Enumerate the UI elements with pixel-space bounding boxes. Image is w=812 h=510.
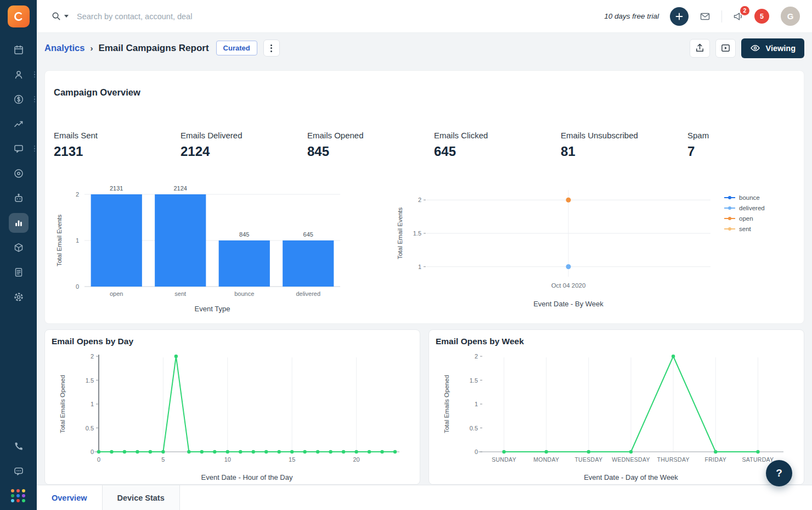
message-icon (13, 466, 24, 477)
tab-device-stats[interactable]: Device Stats (103, 485, 180, 510)
trial-text: 10 days free trial (604, 12, 659, 20)
topbar-divider (721, 10, 722, 23)
svg-text:Event Date - Hour of the Day: Event Date - Hour of the Day (201, 473, 293, 481)
kpi-value: 81 (561, 144, 687, 159)
sidebar-item-products[interactable] (0, 235, 37, 260)
svg-text:0: 0 (97, 456, 100, 463)
sidebar-item-settings[interactable] (0, 284, 37, 309)
present-button[interactable] (715, 39, 736, 58)
svg-text:0: 0 (475, 449, 478, 455)
svg-text:TUESDAY: TUESDAY (574, 456, 602, 463)
legend-item-sent[interactable]: sent (724, 226, 765, 232)
sidebar-item-analytics-trend[interactable] (0, 111, 37, 136)
contacts-icon (13, 69, 24, 80)
sidebar-item-documents[interactable] (0, 260, 37, 284)
kpi-label: Emails Delivered (181, 131, 307, 140)
svg-text:2: 2 (475, 353, 478, 360)
user-avatar[interactable]: G (781, 7, 800, 26)
help-button[interactable]: ? (766, 460, 792, 486)
chart-legend: bouncedeliveredopensent (724, 181, 765, 232)
svg-text:sent: sent (174, 290, 186, 297)
sidebar-item-bot[interactable] (0, 186, 37, 210)
whats-new-button[interactable]: 2 (730, 9, 746, 24)
lower-cards-row: Email Opens by Day 00.511.5205101520Tota… (44, 329, 804, 485)
svg-text:10: 10 (224, 456, 231, 463)
svg-text:WEDNESDAY: WEDNESDAY (612, 456, 650, 463)
report-content: Campaign Overview Emails Sent2131 Emails… (37, 63, 812, 485)
svg-text:2131: 2131 (110, 185, 123, 192)
svg-text:1.5: 1.5 (470, 377, 478, 384)
topbar-actions: 2 5 G (670, 7, 800, 26)
sidebar-item-marketing[interactable] (0, 161, 37, 186)
email-opens-by-day-card: Email Opens by Day 00.511.5205101520Tota… (44, 329, 420, 485)
sidebar-item-reports[interactable] (0, 210, 37, 235)
envelope-icon (699, 11, 711, 22)
kpi-emails-opened: Emails Opened845 (307, 131, 434, 159)
legend-item-bounce[interactable]: bounce (724, 194, 765, 201)
app-root: 10 days free trial 2 5 G Analytics › Ema… (0, 0, 812, 510)
kpi-emails-sent: Emails Sent2131 (54, 131, 181, 159)
target-icon (13, 168, 24, 179)
sidebar-item-phone[interactable] (0, 434, 37, 458)
svg-text:1: 1 (91, 401, 94, 407)
svg-text:Event Type: Event Type (195, 305, 230, 313)
breadcrumb-analytics[interactable]: Analytics (44, 43, 84, 53)
page-title: Email Campaigns Report (98, 43, 208, 54)
legend-item-open[interactable]: open (724, 215, 765, 222)
chart-title-opens-by-week: Email Opens by Week (436, 337, 798, 349)
svg-text:0: 0 (76, 283, 79, 290)
svg-text:Event Date - Day of the Week: Event Date - Day of the Week (584, 473, 678, 481)
caret-down-icon[interactable] (64, 15, 69, 18)
svg-text:SATURDAY: SATURDAY (742, 456, 774, 463)
svg-text:15: 15 (289, 456, 295, 463)
export-button[interactable] (690, 39, 710, 58)
svg-text:2124: 2124 (174, 185, 187, 192)
topbar: 10 days free trial 2 5 G (37, 0, 812, 33)
svg-text:5: 5 (161, 456, 165, 463)
sidebar-item-deals[interactable] (0, 87, 37, 111)
apps-grid-icon (11, 489, 26, 502)
email-opens-by-day-chart: 00.511.5205101520Total Emails OpenedEven… (56, 349, 414, 485)
kpi-value: 2124 (181, 144, 307, 159)
sidebar-item-apps[interactable] (0, 483, 37, 508)
svg-text:Total Email Events: Total Email Events (397, 207, 403, 259)
viewing-label: Viewing (765, 44, 796, 53)
svg-text:2: 2 (76, 191, 79, 198)
svg-text:1: 1 (418, 264, 421, 270)
legend-item-delivered[interactable]: delivered (724, 205, 765, 211)
email-opens-by-week-card: Email Opens by Week 00.511.52SUNDAYMONDA… (428, 329, 804, 485)
plus-icon (675, 12, 684, 21)
sidebar (0, 0, 37, 510)
search-icon (51, 11, 61, 21)
svg-text:645: 645 (303, 231, 313, 238)
email-button[interactable] (697, 9, 713, 24)
sidebar-item-conversations[interactable] (0, 458, 37, 483)
svg-text:SUNDAY: SUNDAY (492, 456, 516, 463)
svg-text:1: 1 (76, 237, 79, 244)
report-menu-button[interactable] (263, 40, 280, 57)
kpi-label: Emails Sent (54, 131, 181, 140)
tab-overview[interactable]: Overview (37, 485, 103, 510)
contacts-kebab-icon[interactable] (34, 71, 36, 78)
sidebar-item-contacts[interactable] (0, 62, 37, 87)
kpi-spam: Spam7 (687, 131, 709, 159)
kpi-label: Emails Unsubscribed (561, 131, 687, 140)
kpi-value: 7 (687, 144, 709, 159)
kpi-value: 645 (434, 144, 561, 159)
page-header: Analytics › Email Campaigns Report Curat… (37, 33, 812, 63)
quick-add-button[interactable] (670, 7, 689, 26)
svg-text:FRIDAY: FRIDAY (705, 456, 727, 463)
chat-icon (13, 143, 24, 154)
deals-kebab-icon[interactable] (34, 96, 36, 103)
sidebar-item-calendar[interactable] (0, 37, 37, 62)
document-icon (13, 267, 24, 278)
search-input[interactable] (77, 12, 313, 21)
global-search[interactable] (51, 11, 604, 21)
eye-icon (750, 44, 760, 52)
chat-kebab-icon[interactable] (34, 145, 36, 152)
svg-text:20: 20 (353, 456, 359, 463)
sidebar-item-chat[interactable] (0, 136, 37, 161)
notifications-button[interactable]: 5 (754, 9, 769, 24)
viewing-button[interactable]: Viewing (741, 38, 804, 58)
freshworks-logo[interactable] (8, 5, 30, 27)
